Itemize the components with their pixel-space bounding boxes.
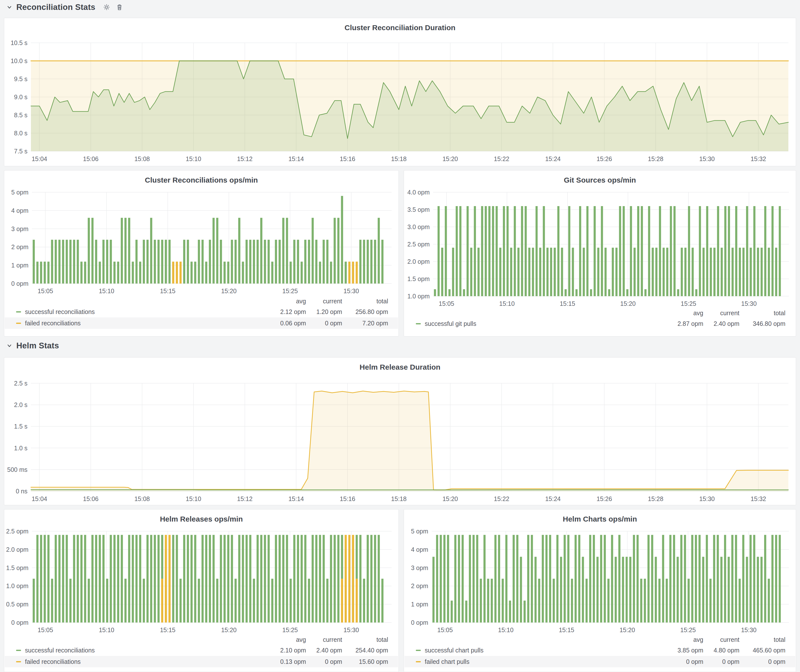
svg-text:10.5 s: 10.5 s bbox=[11, 39, 27, 46]
svg-text:15:10: 15:10 bbox=[99, 626, 114, 634]
series-color-swatch-icon bbox=[16, 661, 21, 662]
svg-text:0 ns: 0 ns bbox=[16, 488, 27, 494]
legend-sort-current[interactable]: current bbox=[306, 298, 342, 305]
legend-row: failed chart pulls0 opm0 opm0 opm bbox=[405, 656, 795, 667]
svg-text:15:30: 15:30 bbox=[741, 626, 757, 634]
legend-sort-avg[interactable]: avg bbox=[666, 636, 703, 643]
svg-text:3 opm: 3 opm bbox=[11, 226, 29, 232]
svg-text:15:10: 15:10 bbox=[499, 300, 515, 307]
legend-sort-current[interactable]: current bbox=[703, 310, 739, 317]
svg-text:15:25: 15:25 bbox=[681, 300, 696, 307]
svg-text:15:10: 15:10 bbox=[186, 155, 202, 162]
legend: avgcurrenttotalsuccessful reconciliation… bbox=[5, 296, 398, 329]
series-color-swatch-icon bbox=[416, 323, 421, 324]
svg-text:15:20: 15:20 bbox=[620, 300, 636, 307]
legend-row: successful git pulls2.87 opm2.40 opm346.… bbox=[405, 318, 795, 329]
legend: avgcurrenttotalsuccessful chart pulls3.8… bbox=[405, 635, 795, 667]
legend-sort-avg[interactable]: avg bbox=[666, 310, 703, 317]
legend-row: failed reconciliations0.13 opm0 opm15.60… bbox=[5, 656, 398, 667]
legend-sort-avg[interactable]: avg bbox=[269, 636, 306, 643]
legend-sort-avg[interactable]: avg bbox=[269, 298, 306, 305]
legend-series-label[interactable]: successful chart pulls bbox=[425, 647, 483, 654]
helm-charts-chart-canvas[interactable]: 0 opm1 opm2 opm3 opm4 opm5 opm15:0515:10… bbox=[404, 509, 796, 638]
legend-sort-total[interactable]: total bbox=[342, 298, 388, 305]
svg-text:15:20: 15:20 bbox=[221, 288, 237, 294]
svg-text:500 ms: 500 ms bbox=[7, 466, 27, 473]
legend-value-current: 0 opm bbox=[306, 658, 342, 665]
svg-text:1.5 opm: 1.5 opm bbox=[6, 564, 29, 571]
legend-sort-current[interactable]: current bbox=[703, 636, 739, 643]
svg-text:15:18: 15:18 bbox=[391, 155, 407, 162]
svg-text:15:20: 15:20 bbox=[443, 155, 458, 162]
legend-header-row: avgcurrenttotal bbox=[405, 635, 795, 645]
svg-text:4 opm: 4 opm bbox=[11, 207, 29, 214]
legend-value-total: 465.60 opm bbox=[739, 647, 786, 654]
trash-icon[interactable] bbox=[115, 3, 123, 11]
svg-text:15:08: 15:08 bbox=[134, 155, 150, 162]
svg-text:5 opm: 5 opm bbox=[11, 189, 29, 196]
svg-text:15:20: 15:20 bbox=[443, 495, 458, 502]
helm-releases-chart-canvas[interactable]: 0 opm0.5 opm1.0 opm1.5 opm2.0 opm2.5 opm… bbox=[4, 509, 398, 638]
legend-value-avg: 2.10 opm bbox=[269, 647, 306, 654]
svg-text:15:05: 15:05 bbox=[38, 626, 53, 634]
svg-text:3 opm: 3 opm bbox=[411, 564, 428, 571]
svg-text:15:15: 15:15 bbox=[160, 626, 176, 634]
legend-sort-total[interactable]: total bbox=[739, 636, 786, 643]
legend-value-avg: 0.13 opm bbox=[269, 658, 306, 665]
svg-text:15:28: 15:28 bbox=[648, 155, 664, 162]
svg-text:15:20: 15:20 bbox=[221, 626, 237, 634]
legend-sort-total[interactable]: total bbox=[739, 310, 786, 317]
legend-series-label[interactable]: successful git pulls bbox=[425, 320, 476, 327]
chevron-down-icon[interactable] bbox=[6, 4, 12, 10]
legend-series-label[interactable]: successful reconciliations bbox=[25, 647, 95, 654]
legend-series-label[interactable]: failed reconciliations bbox=[25, 658, 81, 665]
svg-text:8.0 s: 8.0 s bbox=[14, 130, 27, 137]
svg-text:15:05: 15:05 bbox=[38, 288, 53, 294]
svg-text:15:24: 15:24 bbox=[545, 155, 561, 162]
legend-series-label[interactable]: failed reconciliations bbox=[25, 320, 81, 327]
series-color-swatch-icon bbox=[416, 661, 421, 662]
svg-text:4 opm: 4 opm bbox=[411, 546, 428, 553]
dashboard: Reconciliation Stats Cluster Reconciliat… bbox=[0, 0, 800, 672]
legend-sort-total[interactable]: total bbox=[342, 636, 388, 643]
svg-text:15:10: 15:10 bbox=[498, 626, 514, 634]
svg-text:4.0 opm: 4.0 opm bbox=[407, 189, 430, 196]
svg-text:2.0 opm: 2.0 opm bbox=[6, 546, 29, 553]
svg-text:5 opm: 5 opm bbox=[411, 528, 428, 535]
section-header-reconciliation-stats[interactable]: Reconciliation Stats bbox=[6, 2, 123, 12]
svg-text:15:20: 15:20 bbox=[619, 626, 635, 634]
svg-text:15:26: 15:26 bbox=[597, 155, 612, 162]
svg-text:3.0 opm: 3.0 opm bbox=[407, 223, 430, 230]
series-color-swatch-icon bbox=[416, 650, 421, 651]
svg-text:2.0 s: 2.0 s bbox=[14, 401, 27, 408]
git-sources-chart-canvas[interactable]: 1.0 opm1.5 opm2.0 opm2.5 opm3.0 opm3.5 o… bbox=[404, 170, 796, 310]
legend-value-total: 346.80 opm bbox=[739, 320, 786, 327]
section-title: Helm Stats bbox=[16, 341, 59, 350]
svg-text:15:10: 15:10 bbox=[99, 288, 114, 294]
legend-sort-current[interactable]: current bbox=[306, 636, 342, 643]
legend-value-total: 0 opm bbox=[739, 658, 786, 665]
svg-text:8.5 s: 8.5 s bbox=[14, 112, 27, 118]
legend: avgcurrenttotalsuccessful reconciliation… bbox=[5, 635, 398, 667]
legend-value-total: 15.60 opm bbox=[342, 658, 388, 665]
legend-header-row: avgcurrenttotal bbox=[5, 296, 398, 306]
svg-text:2 opm: 2 opm bbox=[411, 582, 428, 589]
svg-text:15:12: 15:12 bbox=[237, 495, 253, 502]
chevron-down-icon[interactable] bbox=[6, 343, 12, 349]
legend-value-total: 254.40 opm bbox=[342, 647, 388, 654]
legend-header-row: avgcurrenttotal bbox=[5, 635, 398, 645]
svg-text:15:14: 15:14 bbox=[288, 155, 304, 162]
legend-value-total: 256.80 opm bbox=[342, 308, 388, 315]
section-header-helm-stats[interactable]: Helm Stats bbox=[6, 341, 59, 350]
cluster-reconciliations-chart-canvas[interactable]: 0 opm1 opm2 opm3 opm4 opm5 opm15:0515:10… bbox=[4, 170, 398, 299]
cluster-reconciliation-duration-chart-canvas[interactable]: 7.5 s8.0 s8.5 s9.0 s9.5 s10.0 s10.5 s15:… bbox=[4, 18, 796, 166]
svg-text:1.5 s: 1.5 s bbox=[14, 423, 27, 430]
legend-value-current: 0 opm bbox=[306, 320, 342, 327]
svg-text:15:30: 15:30 bbox=[699, 155, 715, 162]
svg-text:15:24: 15:24 bbox=[545, 495, 561, 502]
svg-text:15:32: 15:32 bbox=[750, 495, 766, 502]
helm-release-duration-chart-canvas[interactable]: 0 ns500 ms1.0 s1.5 s2.0 s2.5 s15:0415:06… bbox=[4, 358, 796, 505]
legend-series-label[interactable]: successful reconciliations bbox=[25, 308, 95, 315]
legend-series-label[interactable]: failed chart pulls bbox=[425, 658, 469, 665]
gear-icon[interactable] bbox=[102, 3, 110, 11]
